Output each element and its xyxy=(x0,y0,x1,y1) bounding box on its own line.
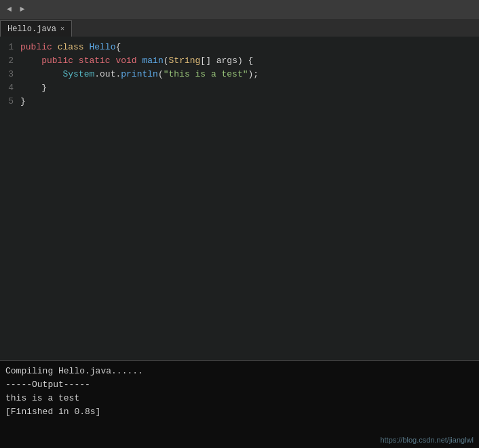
output-panel: Compiling Hello.java...... -----Output--… xyxy=(0,360,479,448)
nav-next-button[interactable]: ► xyxy=(17,3,27,16)
editor-area: 1 2 3 4 5 public class Hello { public st… xyxy=(0,37,479,360)
code-line-3: System . out . println ( "this is a test… xyxy=(20,68,479,81)
line-number-3: 3 xyxy=(4,68,14,81)
keyword-public: public xyxy=(20,41,52,54)
method-println: println xyxy=(121,68,158,81)
string-literal: "this is a test" xyxy=(164,68,248,81)
tab-label: Hello.java xyxy=(7,24,56,34)
keyword-void: void xyxy=(115,54,136,68)
watermark: https://blog.csdn.net/jianglwl xyxy=(380,436,474,444)
tab-bar: Hello.java ✕ xyxy=(0,19,479,37)
toolbar: ◄ ► xyxy=(0,0,479,19)
code-editor[interactable]: public class Hello { public static void … xyxy=(20,37,479,360)
line-number-2: 2 xyxy=(4,54,14,68)
line-number-5: 5 xyxy=(4,95,14,108)
tab-close-button[interactable]: ✕ xyxy=(60,26,64,33)
line-number-1: 1 xyxy=(4,41,14,54)
type-string: String xyxy=(169,54,201,68)
keyword-public-2: public xyxy=(41,54,73,68)
code-line-2: public static void main ( String [] args… xyxy=(20,54,479,68)
class-system: System xyxy=(62,68,94,81)
field-out: out xyxy=(100,68,115,81)
keyword-static: static xyxy=(79,54,111,68)
line-number-4: 4 xyxy=(4,81,14,95)
method-main: main xyxy=(142,54,164,68)
code-line-1: public class Hello { xyxy=(20,41,479,54)
tab-hello-java[interactable]: Hello.java ✕ xyxy=(0,20,72,37)
code-line-5: } xyxy=(20,95,479,108)
output-line-3: this is a test xyxy=(5,392,474,405)
output-line-2: -----Output----- xyxy=(5,378,474,392)
output-line-1: Compiling Hello.java...... xyxy=(5,365,474,378)
param-args: args xyxy=(216,54,237,68)
nav-prev-button[interactable]: ◄ xyxy=(4,3,14,16)
output-line-4: [Finished in 0.8s] xyxy=(5,405,474,419)
code-line-4: } xyxy=(20,81,479,95)
class-name: Hello xyxy=(89,41,115,54)
line-numbers: 1 2 3 4 5 xyxy=(0,37,20,360)
keyword-class: class xyxy=(58,41,84,54)
